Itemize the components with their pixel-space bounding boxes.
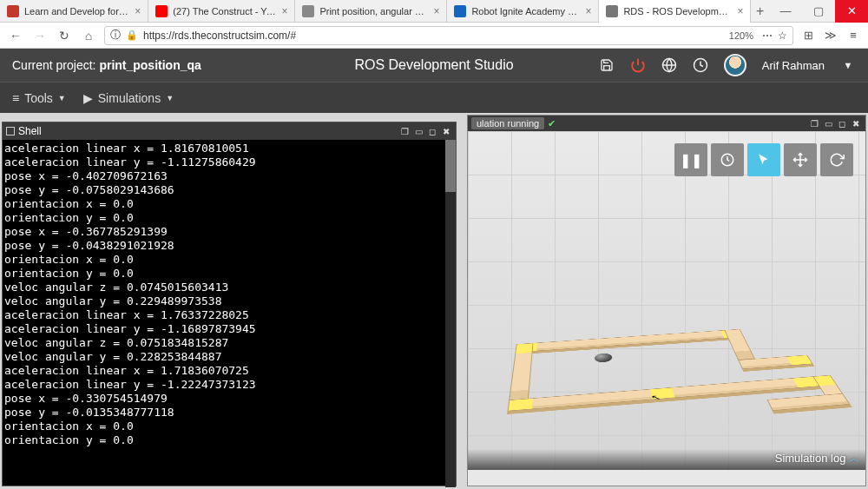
- project-name: print_position_qa: [99, 58, 201, 72]
- url-text: https://rds.theconstructsim.com/#: [143, 30, 296, 42]
- terminal-scrollbar[interactable]: [445, 140, 456, 487]
- window-icon: [6, 127, 15, 135]
- tools-menu[interactable]: ≡Tools▼: [12, 91, 66, 105]
- simulations-label: Simulations: [98, 91, 161, 105]
- browser-tab[interactable]: Learn and Develop for Robots×: [0, 0, 148, 23]
- wall: [516, 329, 744, 353]
- app-menubar: ≡Tools▼ ▶Simulations▼: [0, 82, 868, 113]
- panel-minimize-icon[interactable]: ▭: [822, 117, 834, 129]
- zoom-level[interactable]: 120%: [726, 30, 757, 41]
- save-icon[interactable]: [599, 57, 615, 73]
- pause-button[interactable]: ❚❚: [674, 143, 707, 176]
- clock-icon[interactable]: [693, 57, 708, 73]
- panel-close-icon[interactable]: ✖: [850, 117, 862, 129]
- simulation-viewport[interactable]: ❚❚ ↖ Simulation log ︿: [468, 131, 865, 470]
- toolbar-end: ⊞ ≫ ≡: [800, 29, 861, 42]
- panel-maximize-icon[interactable]: ◻: [426, 125, 438, 137]
- browser-tab[interactable]: (27) The Construct - YouTube×: [148, 0, 295, 23]
- select-tool-button[interactable]: [747, 143, 780, 176]
- simulation-log-label: Simulation log: [775, 452, 846, 465]
- sim-titlebar[interactable]: ulation running ✔ ❐ ▭ ◻ ✖: [468, 116, 865, 131]
- bookmark-icon[interactable]: ☆: [778, 30, 787, 42]
- project-label: Current project:: [12, 58, 95, 72]
- panel-restore-icon[interactable]: ❐: [398, 125, 411, 137]
- play-icon: ▶: [83, 91, 93, 105]
- app-header: Current project: print_position_qa ROS D…: [0, 49, 868, 82]
- robot-sphere: [595, 353, 613, 363]
- wall: [767, 393, 851, 411]
- close-window-button[interactable]: ✕: [835, 0, 868, 23]
- close-icon[interactable]: ×: [585, 5, 591, 17]
- simulation-log-toggle[interactable]: Simulation log ︿: [775, 451, 860, 466]
- browser-navbar: ← → ↻ ⌂ ⓘ 🔒 https://rds.theconstructsim.…: [0, 23, 868, 49]
- forward-button[interactable]: →: [31, 29, 49, 43]
- back-button[interactable]: ←: [7, 29, 24, 43]
- favicon: [606, 5, 618, 17]
- main-area: Shell ❐ ▭ ◻ ✖ aceleracion linear x = 1.8…: [0, 113, 868, 489]
- chevron-down-icon: ▼: [166, 94, 174, 102]
- library-icon[interactable]: ⊞: [800, 29, 816, 42]
- panel-close-icon[interactable]: ✖: [440, 125, 452, 137]
- browser-tab[interactable]: Print position, angular acceleration×: [295, 0, 447, 23]
- chevron-down-icon: ▼: [58, 94, 66, 102]
- terminal-output[interactable]: aceleracion linear x = 1.81670810051 ace…: [3, 140, 456, 487]
- close-icon[interactable]: ×: [281, 5, 287, 17]
- tab-label: Learn and Develop for Robots: [24, 6, 129, 17]
- wall: [724, 329, 755, 360]
- tab-label: Print position, angular acceleration: [319, 6, 428, 17]
- home-button[interactable]: ⌂: [80, 29, 97, 43]
- address-bar[interactable]: ⓘ 🔒 https://rds.theconstructsim.com/# 12…: [104, 26, 793, 45]
- chevron-down-icon[interactable]: ▼: [840, 57, 856, 73]
- close-icon[interactable]: ×: [433, 5, 439, 17]
- simulations-menu[interactable]: ▶Simulations▼: [83, 91, 174, 105]
- panel-minimize-icon[interactable]: ▭: [412, 125, 424, 137]
- globe-icon[interactable]: [661, 57, 677, 73]
- check-icon: ✔: [548, 118, 556, 129]
- tab-label: RDS - ROS Development Studio: [623, 6, 732, 17]
- studio-title: ROS Development Studio: [354, 57, 513, 73]
- user-name[interactable]: Arif Rahman: [762, 59, 825, 72]
- sim-toolbar: ❚❚: [674, 143, 853, 176]
- cursor-icon: ↖: [650, 393, 662, 402]
- minimize-button[interactable]: —: [769, 0, 802, 23]
- shell-panel: Shell ❐ ▭ ◻ ✖ aceleracion linear x = 1.8…: [2, 122, 457, 486]
- close-icon[interactable]: ×: [737, 5, 743, 17]
- new-tab-button[interactable]: +: [751, 3, 769, 19]
- maximize-button[interactable]: ▢: [802, 0, 835, 23]
- chevron-up-icon: ︿: [849, 452, 860, 465]
- panel-maximize-icon[interactable]: ◻: [836, 117, 848, 129]
- more-icon[interactable]: ⋯: [762, 30, 773, 42]
- lock-icon: 🔒: [126, 30, 138, 41]
- menu-icon[interactable]: ≡: [845, 29, 861, 42]
- scrollbar-thumb[interactable]: [445, 140, 456, 192]
- favicon: [302, 5, 314, 17]
- browser-tab[interactable]: Robot Ignite Academy - ROS L…×: [447, 0, 599, 23]
- rotate-tool-button[interactable]: [820, 143, 853, 176]
- tab-label: (27) The Construct - YouTube: [173, 6, 276, 17]
- reload-button[interactable]: ↻: [56, 29, 73, 43]
- overflow-icon[interactable]: ≫: [823, 29, 838, 42]
- power-icon[interactable]: [630, 57, 646, 73]
- simulation-panel: ulation running ✔ ❐ ▭ ◻ ✖ ❚❚: [467, 115, 866, 486]
- favicon: [155, 5, 168, 17]
- close-icon[interactable]: ×: [135, 5, 141, 17]
- browser-tab-active[interactable]: RDS - ROS Development Studio×: [599, 0, 751, 23]
- favicon: [7, 5, 19, 17]
- hamburger-icon: ≡: [12, 91, 19, 105]
- clock-tool-button[interactable]: [711, 143, 744, 176]
- panel-restore-icon[interactable]: ❐: [808, 117, 820, 129]
- tab-label: Robot Ignite Academy - ROS L…: [471, 6, 580, 17]
- avatar[interactable]: [724, 54, 746, 76]
- tools-label: Tools: [24, 91, 53, 105]
- browser-tab-strip: Learn and Develop for Robots× (27) The C…: [0, 0, 868, 23]
- shell-titlebar[interactable]: Shell ❐ ▭ ◻ ✖: [3, 122, 456, 140]
- move-tool-button[interactable]: [784, 143, 817, 176]
- info-icon[interactable]: ⓘ: [110, 28, 121, 43]
- sim-status: ulation running: [471, 117, 544, 129]
- maze-scene: ↖: [462, 312, 868, 453]
- shell-title: Shell: [18, 125, 42, 137]
- favicon: [454, 5, 466, 17]
- current-project: Current project: print_position_qa: [12, 58, 201, 72]
- window-controls: — ▢ ✕: [769, 0, 868, 23]
